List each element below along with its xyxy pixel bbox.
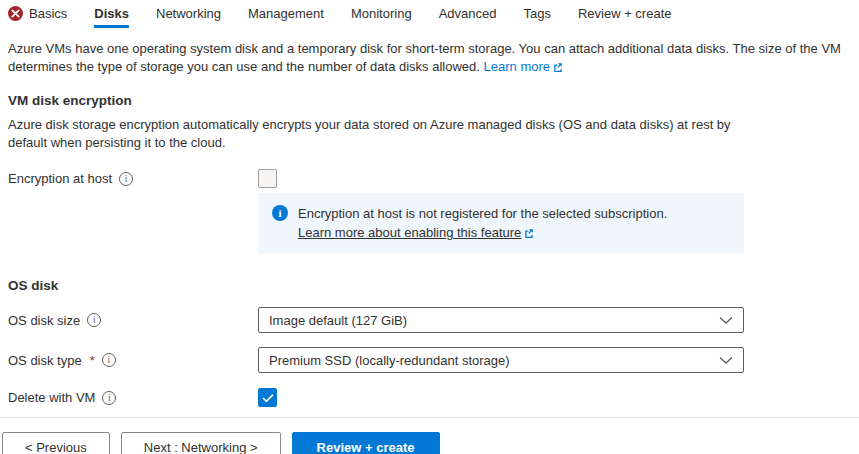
os-disk-type-value: Premium SSD (locally-redundant storage) bbox=[269, 353, 510, 368]
info-circle-icon[interactable]: i bbox=[102, 391, 116, 405]
delete-with-vm-label: Delete with VM i bbox=[8, 390, 258, 405]
os-disk-size-select[interactable]: Image default (127 GiB) bbox=[258, 307, 744, 333]
footer-divider bbox=[0, 417, 859, 418]
os-disk-type-select[interactable]: Premium SSD (locally-redundant storage) bbox=[258, 347, 744, 373]
next-networking-button[interactable]: Next : Networking > bbox=[121, 432, 281, 454]
encryption-at-host-checkbox[interactable] bbox=[258, 169, 277, 188]
tab-label: Monitoring bbox=[351, 6, 412, 21]
page-description: Azure VMs have one operating system disk… bbox=[8, 40, 844, 77]
vm-disk-encryption-description: Azure disk storage encryption automatica… bbox=[8, 116, 750, 152]
tab-label: Tags bbox=[523, 6, 550, 21]
page-description-text: Azure VMs have one operating system disk… bbox=[8, 41, 841, 74]
tab-label: Networking bbox=[156, 6, 221, 21]
tab-label: Management bbox=[248, 6, 324, 21]
enable-feature-link[interactable]: Learn more about enabling this feature bbox=[298, 225, 521, 240]
tab-tags[interactable]: Tags bbox=[523, 6, 550, 27]
vm-disk-encryption-heading: VM disk encryption bbox=[8, 93, 859, 108]
os-disk-size-label: OS disk size i bbox=[8, 313, 258, 328]
info-filled-icon: i bbox=[272, 205, 288, 221]
tab-basics[interactable]: Basics bbox=[8, 6, 67, 27]
encryption-at-host-label: Encryption at host i bbox=[8, 171, 258, 186]
external-link-icon bbox=[524, 224, 534, 243]
chevron-down-icon bbox=[719, 313, 733, 328]
external-link-icon bbox=[553, 59, 563, 77]
info-box-text: Encryption at host is not registered for… bbox=[298, 204, 667, 243]
info-message: Encryption at host is not registered for… bbox=[298, 206, 667, 221]
encryption-info-box: i Encryption at host is not registered f… bbox=[258, 193, 744, 254]
tab-disks[interactable]: Disks bbox=[94, 6, 129, 28]
tab-label: Basics bbox=[29, 6, 67, 21]
tab-advanced[interactable]: Advanced bbox=[439, 6, 497, 27]
info-circle-icon[interactable]: i bbox=[102, 353, 116, 367]
tab-label: Disks bbox=[94, 6, 129, 21]
info-circle-icon[interactable]: i bbox=[87, 313, 101, 327]
tab-networking[interactable]: Networking bbox=[156, 6, 221, 27]
os-disk-type-row: OS disk type * i Premium SSD (locally-re… bbox=[8, 347, 859, 373]
info-circle-icon[interactable]: i bbox=[119, 172, 133, 186]
previous-button[interactable]: < Previous bbox=[2, 432, 110, 454]
wizard-tab-bar: Basics Disks Networking Management Monit… bbox=[8, 0, 859, 28]
learn-more-link[interactable]: Learn more bbox=[484, 59, 563, 74]
review-create-button[interactable]: Review + create bbox=[292, 432, 440, 454]
chevron-down-icon bbox=[719, 353, 733, 368]
os-disk-size-row: OS disk size i Image default (127 GiB) bbox=[8, 307, 859, 333]
checkmark-icon bbox=[262, 389, 274, 407]
tab-management[interactable]: Management bbox=[248, 6, 324, 27]
delete-with-vm-checkbox[interactable] bbox=[258, 388, 277, 407]
tab-label: Advanced bbox=[439, 6, 497, 21]
tab-review-create[interactable]: Review + create bbox=[578, 6, 672, 27]
error-icon bbox=[8, 6, 23, 21]
disks-tab-page: Basics Disks Networking Management Monit… bbox=[0, 0, 859, 454]
os-disk-size-value: Image default (127 GiB) bbox=[269, 313, 407, 328]
os-disk-heading: OS disk bbox=[8, 278, 859, 293]
tab-label: Review + create bbox=[578, 6, 672, 21]
required-marker: * bbox=[90, 353, 95, 368]
footer-button-bar: < Previous Next : Networking > Review + … bbox=[2, 432, 440, 454]
os-disk-type-label: OS disk type * i bbox=[8, 353, 258, 368]
tab-monitoring[interactable]: Monitoring bbox=[351, 6, 412, 27]
delete-with-vm-row: Delete with VM i bbox=[8, 388, 859, 407]
encryption-at-host-row: Encryption at host i bbox=[8, 169, 859, 188]
